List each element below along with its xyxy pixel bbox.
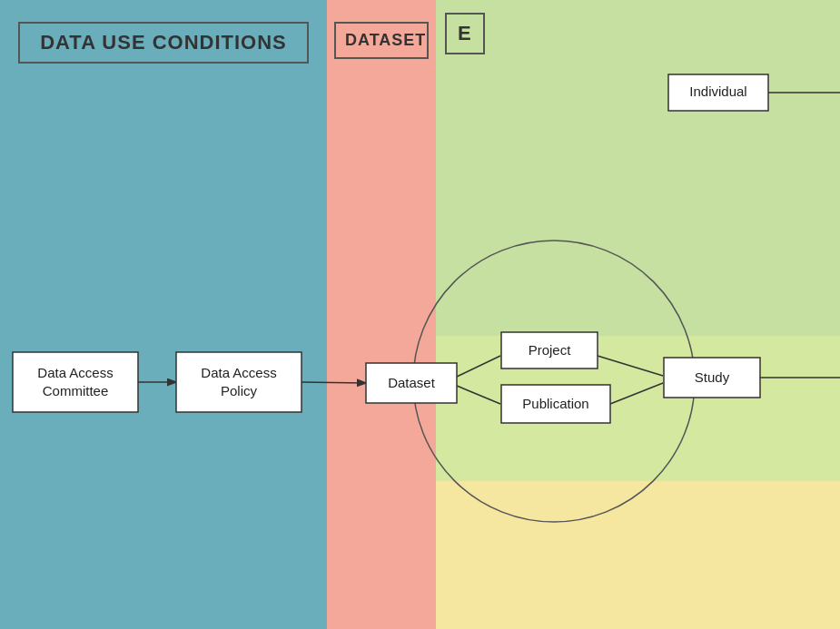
lane-right-top bbox=[436, 0, 840, 336]
diagram-container: DATA USE CONDITIONS DATASET E bbox=[0, 0, 840, 629]
experiment-title: E bbox=[445, 13, 485, 54]
lane-data-use-conditions: DATA USE CONDITIONS bbox=[0, 0, 327, 629]
lane-right-bottom bbox=[436, 481, 840, 629]
lane-right-middle bbox=[436, 336, 840, 481]
dataset-lane-title: DATASET bbox=[334, 22, 429, 59]
data-use-conditions-title: DATA USE CONDITIONS bbox=[18, 22, 309, 64]
lane-dataset: DATASET bbox=[327, 0, 436, 629]
lane-right: E bbox=[436, 0, 840, 629]
